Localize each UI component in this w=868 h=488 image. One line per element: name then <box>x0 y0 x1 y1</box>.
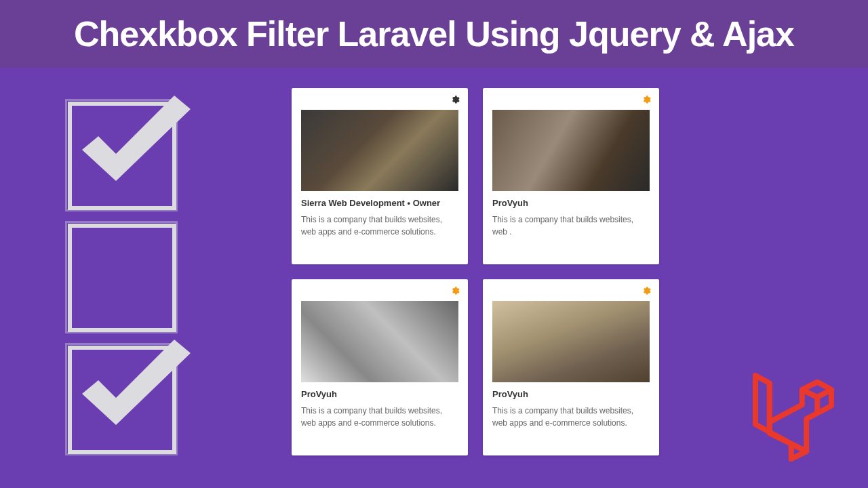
header-bar: Chexkbox Filter Laravel Using Jquery & A… <box>0 0 868 68</box>
gear-icon[interactable] <box>642 286 651 298</box>
result-card[interactable]: ProVyuh This is a company that builds we… <box>483 88 659 264</box>
main-content: Sierra Web Development • Owner This is a… <box>0 68 868 476</box>
card-title: ProVyuh <box>492 389 650 399</box>
result-card[interactable]: ProVyuh This is a company that builds we… <box>483 279 659 455</box>
page-title: Chexkbox Filter Laravel Using Jquery & A… <box>74 14 794 54</box>
card-image <box>301 301 458 382</box>
card-title: Sierra Web Development • Owner <box>301 198 458 208</box>
card-description: This is a company that builds websites, … <box>301 214 458 238</box>
card-description: This is a company that builds websites, … <box>301 405 458 429</box>
card-image <box>492 301 650 382</box>
result-card[interactable]: Sierra Web Development • Owner This is a… <box>292 88 468 264</box>
card-description: This is a company that builds websites, … <box>492 405 650 429</box>
card-title: ProVyuh <box>301 389 458 399</box>
check-icon <box>68 333 204 455</box>
card-image <box>492 110 650 191</box>
filter-checkbox-1[interactable] <box>68 102 176 210</box>
check-icon <box>68 89 204 211</box>
card-description: This is a company that builds websites, … <box>492 214 650 238</box>
gear-icon[interactable] <box>450 95 460 106</box>
filter-sidebar <box>27 88 231 455</box>
laravel-logo-icon <box>739 359 848 468</box>
filter-checkbox-3[interactable] <box>68 346 176 454</box>
gear-icon[interactable] <box>450 286 460 298</box>
card-image <box>301 110 458 191</box>
card-title: ProVyuh <box>492 198 650 208</box>
filter-checkbox-2[interactable] <box>68 224 176 332</box>
result-card[interactable]: ProVyuh This is a company that builds we… <box>292 279 468 455</box>
results-grid: Sierra Web Development • Owner This is a… <box>292 88 659 455</box>
gear-icon[interactable] <box>642 95 651 106</box>
